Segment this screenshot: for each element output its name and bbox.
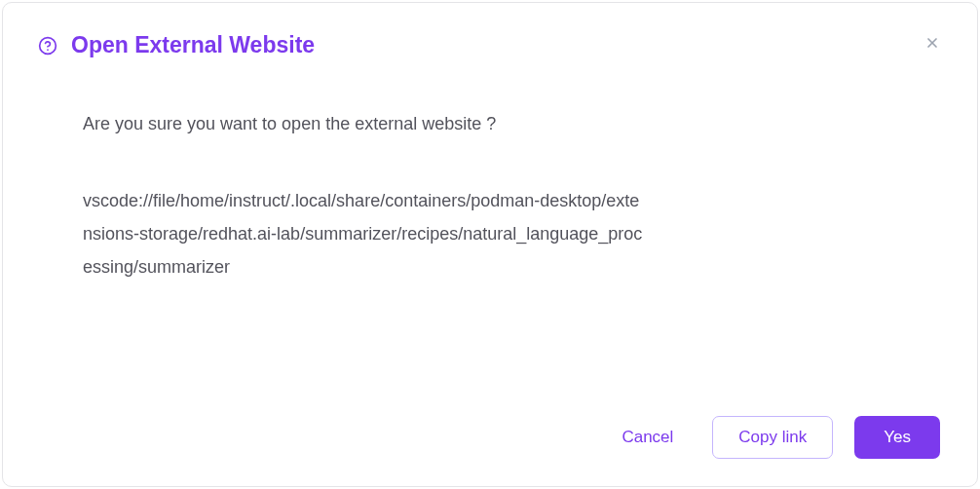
copy-link-button[interactable]: Copy link	[712, 416, 833, 459]
close-button[interactable]	[923, 34, 942, 54]
yes-button[interactable]: Yes	[854, 416, 940, 459]
dialog-title: Open External Website	[71, 32, 315, 58]
url-text: vscode://file/home/instruct/.local/share…	[83, 184, 648, 284]
prompt-text: Are you sure you want to open the extern…	[83, 111, 897, 137]
cancel-button[interactable]: Cancel	[604, 416, 691, 459]
dialog-body: Are you sure you want to open the extern…	[38, 111, 942, 416]
external-website-dialog: Open External Website Are you sure you w…	[2, 2, 978, 487]
question-circle-icon	[38, 36, 57, 56]
close-icon	[924, 35, 940, 54]
dialog-header: Open External Website	[38, 32, 942, 58]
dialog-footer: Cancel Copy link Yes	[38, 416, 942, 459]
